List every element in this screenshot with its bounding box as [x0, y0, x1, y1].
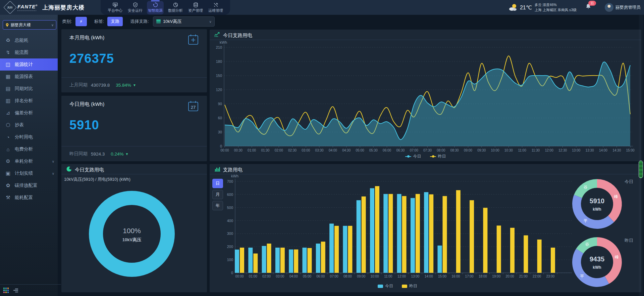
legend-line-marker — [405, 156, 411, 157]
branch-donut-chart: 100%10kV高压 — [61, 183, 207, 291]
menu-item-platform[interactable]: 平台中心 — [107, 1, 123, 14]
bar-card-title: 支路用电 — [223, 167, 243, 173]
weather-icon — [508, 3, 518, 12]
database-icon — [193, 2, 198, 7]
branch-layers-icon — [156, 19, 161, 24]
sidebar-item-unit-consumption[interactable]: ⚙单耗分析∨ — [0, 155, 58, 167]
user-menu[interactable]: 丽婴房管理员 — [605, 3, 641, 12]
branch-select-label: 选择支路: — [130, 18, 149, 25]
sidebar-item-ranking[interactable]: ▥排名分析 — [0, 95, 58, 107]
donut-card-title: 今日支路用电 — [75, 167, 104, 173]
svg-text:08:00: 08:00 — [343, 274, 352, 278]
branch-bar-card: 支路用电 日 月 年 0100200300400500600700kWh00:0… — [210, 164, 641, 292]
svg-text:15:00: 15:00 — [438, 274, 446, 278]
sidebar-item-energy-stats[interactable]: ◫能源统计 — [0, 58, 58, 71]
svg-text:01:00: 01:00 — [249, 274, 257, 278]
calendar-day-icon[interactable]: 27 — [187, 100, 200, 113]
svg-text:03:00: 03:00 — [276, 274, 284, 278]
branch-select[interactable]: 10kV高压 ∨ — [153, 16, 215, 27]
legend-item-昨日[interactable]: 昨日 — [402, 283, 417, 289]
svg-text:06:00: 06:00 — [383, 149, 391, 152]
weather-location: 上海 上海城区 东南风 ≤3级 — [535, 7, 577, 12]
calendar-add-icon[interactable] — [187, 33, 200, 46]
trend-down-icon: ▼ — [125, 152, 129, 156]
svg-text:13:00: 13:00 — [411, 274, 419, 278]
sidebar-item-total-energy[interactable]: ♻总能耗 — [0, 34, 58, 46]
svg-text:13:00: 13:00 — [572, 149, 580, 152]
sidebar-item-label: 电费分析 — [15, 146, 33, 152]
sidebar-item-energy-flow[interactable]: ↯能流图 — [0, 46, 58, 58]
sidebar-item-energy-report[interactable]: ▦能源报表 — [0, 71, 58, 83]
svg-text:平: 平 — [584, 218, 588, 223]
tag-branch-button[interactable]: 支路 — [107, 17, 123, 26]
svg-text:210: 210 — [216, 45, 222, 49]
svg-text:09:00: 09:00 — [464, 149, 472, 152]
notifications-bell[interactable]: 11 — [585, 3, 591, 11]
sidebar-item-plan-actual[interactable]: ▣计划实绩∨ — [0, 167, 58, 179]
sidebar-item-label: 偏差分析 — [15, 110, 33, 116]
menu-item-operations[interactable]: 运维管理 — [207, 1, 224, 14]
menu-item-smart-energy[interactable]: 智慧能源 — [147, 1, 164, 14]
svg-text:06:00: 06:00 — [316, 274, 325, 278]
svg-text:kWh: kWh — [231, 174, 238, 178]
apps-grid-icon[interactable] — [3, 288, 9, 293]
gear-icon: ⚙ — [5, 158, 11, 164]
svg-text:谷: 谷 — [585, 242, 589, 247]
svg-text:09:30: 09:30 — [477, 149, 486, 152]
sidebar-item-deviation[interactable]: ⊿偏差分析 — [0, 107, 58, 119]
top-navbar: 风特 FANTE® 上海丽婴房大楼 平台中心 安全运行 智慧能源 数据 — [0, 0, 644, 15]
donut-subtitle: 10kV高压(5910) / 用电(5910) (kWh) — [64, 177, 130, 182]
svg-text:00:30: 00:30 — [234, 149, 243, 152]
today-usage-title: 今日用电 (kWh) — [69, 101, 104, 108]
svg-text:14:00: 14:00 — [425, 274, 433, 278]
sidebar-item-label: 分时用电 — [15, 134, 33, 140]
category-electric-button[interactable]: ⚡ — [75, 17, 87, 26]
page-scrollbar-thumb[interactable] — [639, 161, 643, 178]
temperature: 21℃ — [520, 4, 532, 11]
menu-item-safety[interactable]: 安全运行 — [127, 1, 144, 14]
recycle-icon: ♻ — [5, 37, 11, 43]
svg-text:180: 180 — [216, 59, 222, 64]
sidebar-item-cost-analysis[interactable]: ⌂电费分析 — [0, 143, 58, 155]
svg-text:kWh: kWh — [220, 40, 227, 44]
month-usage-value: 276375 — [69, 51, 114, 66]
line-chart-legend: 今日昨日 — [210, 154, 641, 159]
sidebar-item-meter-reading[interactable]: ⬡抄表 — [0, 119, 58, 131]
page-scrollbar-track[interactable] — [639, 15, 643, 296]
svg-text:500: 500 — [227, 206, 233, 210]
table-icon: ▦ — [5, 74, 11, 80]
menu-item-assets[interactable]: 资产管理 — [187, 1, 204, 14]
svg-text:00:00: 00:00 — [220, 149, 229, 152]
legend-item-今日[interactable]: 今日 — [378, 283, 393, 289]
svg-text:02:00: 02:00 — [262, 274, 271, 278]
svg-text:30: 30 — [218, 130, 222, 134]
shield-icon — [133, 2, 138, 7]
sidebar-item-label: 计划实绩 — [15, 170, 33, 176]
today-branch-donut-card: 今日支路用电 10kV高压(5910) / 用电(5910) (kWh) 100… — [61, 164, 207, 292]
sidebar-item-time-of-use[interactable]: ◔分时用电 — [0, 131, 58, 143]
weather-widget: 21℃ 多云 湿度46% 上海 上海城区 东南风 ≤3级 — [508, 2, 577, 12]
svg-text:60: 60 — [218, 116, 222, 120]
notification-count-badge: 11 — [588, 1, 596, 6]
svg-text:05:00: 05:00 — [356, 149, 364, 152]
bar-chart-legend: 今日昨日 — [220, 283, 575, 289]
chevron-down-icon: ∨ — [52, 172, 54, 175]
sidebar-nav: ♻总能耗↯能流图◫能源统计▦能源报表▤同期对比▥排名分析⊿偏差分析⬡抄表◔分时用… — [0, 34, 58, 204]
tou-yesterday-tag: 昨日 — [625, 238, 633, 244]
sidebar-item-energy-config[interactable]: ⚒能耗配置 — [0, 192, 58, 204]
menu-item-data-analysis[interactable]: 数据分析 — [167, 1, 184, 14]
svg-text:12:00: 12:00 — [545, 149, 553, 152]
svg-text:12:00: 12:00 — [397, 274, 406, 278]
legend-item-昨日[interactable]: 昨日 — [430, 154, 446, 159]
collapse-menu-icon[interactable] — [13, 289, 18, 292]
svg-text:13:30: 13:30 — [586, 149, 594, 152]
platform-monitor-icon — [113, 2, 118, 7]
sidebar-item-carbon-config[interactable]: ✿碳排放配置 — [0, 179, 58, 192]
sidebar-item-label: 总能耗 — [15, 37, 29, 43]
tag-label: 标签: — [94, 18, 104, 25]
legend-item-今日[interactable]: 今日 — [405, 154, 421, 159]
category-label: 类别: — [62, 18, 72, 25]
sidebar-item-period-compare[interactable]: ▤同期对比 — [0, 83, 58, 95]
building-select[interactable]: 丽婴房大楼 ∨ — [3, 20, 56, 30]
weather-desc: 多云 湿度46% — [535, 2, 577, 7]
